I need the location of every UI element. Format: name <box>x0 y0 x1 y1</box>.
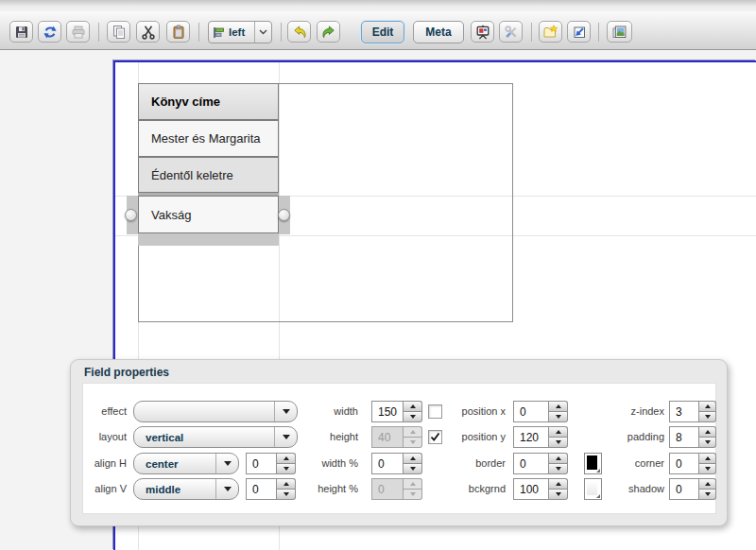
selection-halo-bottom <box>138 233 279 246</box>
padding-spinner[interactable] <box>669 426 716 448</box>
align-dropdown-value: left <box>226 26 254 38</box>
corner-spinner[interactable] <box>669 453 716 474</box>
width-label: width <box>284 405 358 417</box>
pos-y-spinner[interactable] <box>513 426 568 448</box>
align-h-dropdown[interactable]: center <box>133 453 239 474</box>
save-icon <box>14 25 29 40</box>
new-item-button[interactable] <box>539 21 562 43</box>
width-pct-label: width % <box>284 457 358 469</box>
import-button[interactable] <box>567 21 591 43</box>
height-pct-spinner <box>371 478 422 500</box>
chevron-down-icon <box>254 22 271 43</box>
effect-dropdown[interactable] <box>133 401 298 422</box>
layout-value: vertical <box>134 432 274 443</box>
toolbar-separator <box>531 23 532 42</box>
pos-y-input[interactable] <box>513 426 549 448</box>
align-v-label: align V <box>77 483 127 494</box>
bckgrnd-spinner[interactable] <box>513 478 568 500</box>
gallery-icon <box>611 25 627 40</box>
print-button[interactable] <box>66 21 90 43</box>
field-cell[interactable]: Mester és Margarita <box>138 120 279 157</box>
z-index-spinner[interactable] <box>669 401 716 422</box>
cut-button[interactable] <box>136 21 160 43</box>
toolbar-separator <box>198 23 199 42</box>
shadow-input[interactable] <box>669 478 699 500</box>
presentation-icon <box>475 25 490 40</box>
paste-button[interactable] <box>166 21 190 43</box>
presentation-button[interactable] <box>471 21 494 43</box>
edit-mode-button[interactable]: Edit <box>361 21 404 43</box>
width-spinner[interactable] <box>371 401 422 422</box>
height-pct-label: height % <box>284 483 358 494</box>
toolbar-separator <box>598 23 599 42</box>
dropdown-arrow-icon <box>215 454 238 473</box>
align-v-dropdown[interactable]: middle <box>133 478 239 500</box>
width-input[interactable] <box>371 401 404 422</box>
shadow-spinner[interactable] <box>669 478 716 500</box>
effect-label: effect <box>77 405 127 417</box>
padding-input[interactable] <box>669 426 699 448</box>
corner-label: corner <box>596 457 664 469</box>
align-v-offset-input[interactable] <box>246 478 277 500</box>
bckgrnd-label: bckgrnd <box>422 483 506 494</box>
z-index-input[interactable] <box>669 401 699 422</box>
pos-x-label: position x <box>422 405 506 417</box>
refresh-icon <box>43 25 58 40</box>
undo-button[interactable] <box>287 21 311 43</box>
resize-handle-left[interactable] <box>125 209 137 221</box>
height-pct-input <box>371 478 404 500</box>
toolbar-separator <box>98 23 99 42</box>
field-cell[interactable]: Édentől keletre <box>138 157 279 193</box>
bckgrnd-input[interactable] <box>513 478 549 500</box>
tools-button[interactable] <box>499 21 523 43</box>
align-h-offset-input[interactable] <box>246 453 277 474</box>
field-properties-panel: Field properties effect layout align H a… <box>70 359 728 526</box>
save-button[interactable] <box>9 21 33 43</box>
height-spinner <box>371 426 422 448</box>
tools-icon <box>504 25 519 40</box>
toolbar: left Edit Meta <box>0 11 756 50</box>
gallery-button[interactable] <box>607 21 632 43</box>
border-label: border <box>422 457 506 469</box>
redo-button[interactable] <box>317 21 340 43</box>
refresh-button[interactable] <box>38 21 61 43</box>
pos-x-input[interactable] <box>513 401 549 422</box>
height-input <box>371 426 404 448</box>
align-h-label: align H <box>77 457 127 469</box>
layout-dropdown[interactable]: vertical <box>133 426 298 448</box>
paste-icon <box>171 25 186 40</box>
field-cell-header[interactable]: Könyv címe <box>138 83 279 120</box>
swatch-arrow-icon <box>596 494 600 498</box>
undo-icon <box>292 25 307 40</box>
align-left-icon <box>213 26 226 39</box>
resize-handle-right[interactable] <box>278 209 290 221</box>
corner-input[interactable] <box>669 453 699 474</box>
app-window: left Edit Meta <box>0 0 756 550</box>
copy-button[interactable] <box>107 21 130 43</box>
copy-icon <box>112 25 127 40</box>
width-pct-spinner[interactable] <box>371 453 422 474</box>
border-input[interactable] <box>513 453 549 474</box>
print-icon <box>71 25 86 40</box>
field-cell-selected[interactable]: Vakság <box>138 196 279 233</box>
z-index-label: z-index <box>596 405 664 417</box>
redo-icon <box>321 25 336 40</box>
titlebar <box>0 0 756 11</box>
meta-mode-button[interactable]: Meta <box>413 21 464 43</box>
layout-label: layout <box>77 431 127 442</box>
align-dropdown[interactable]: left <box>208 21 272 43</box>
padding-label: padding <box>596 431 664 442</box>
pos-y-label: position y <box>422 431 506 442</box>
width-pct-input[interactable] <box>371 453 404 474</box>
workspace: Könyv címe Mester és Margarita Édentől k… <box>0 50 756 550</box>
height-label: height <box>284 431 358 442</box>
shadow-label: shadow <box>596 483 664 494</box>
import-icon <box>572 25 587 40</box>
new-item-star-icon <box>542 25 558 40</box>
border-spinner[interactable] <box>513 453 568 474</box>
pos-x-spinner[interactable] <box>513 401 568 422</box>
dropdown-arrow-icon <box>215 479 238 499</box>
align-v-value: middle <box>134 484 215 495</box>
cut-icon <box>141 25 156 40</box>
swatch-arrow-icon <box>596 469 600 473</box>
